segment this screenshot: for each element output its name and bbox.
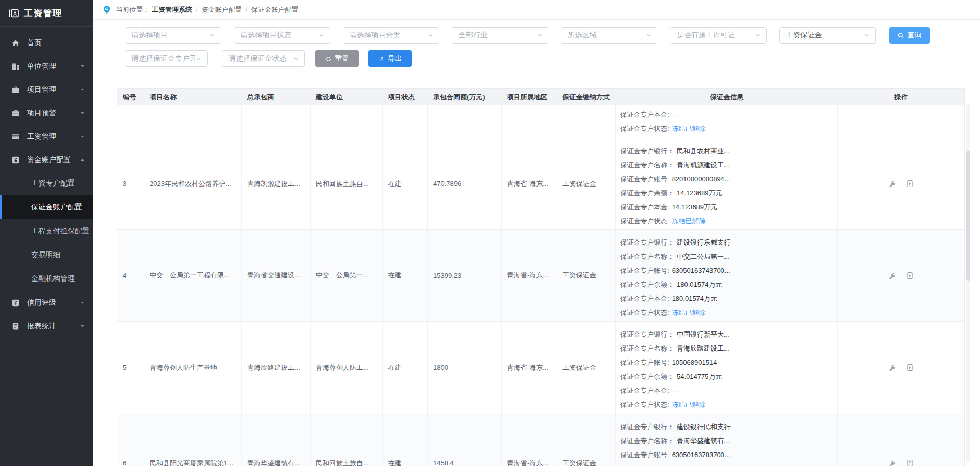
- cell-no: 5: [117, 322, 144, 414]
- bankcard-icon: [11, 132, 20, 141]
- wrench-icon[interactable]: [888, 364, 896, 371]
- sidebar-item-report-stats[interactable]: 报表统计: [0, 314, 93, 338]
- deposit-status-select[interactable]: 请选择保证金状态: [222, 50, 305, 67]
- document-icon[interactable]: [906, 364, 914, 371]
- filter-selects-2: 请选择保证金专户开请选择保证金状态: [125, 50, 305, 67]
- info-value: 青海欣路建设工...: [677, 344, 730, 352]
- info-label: 保证金专户账号:: [620, 267, 669, 274]
- sidebar-subitem-deposit-account-config[interactable]: 保证金账户配置: [0, 195, 93, 219]
- caret-down-icon: [863, 32, 870, 39]
- info-label: 保证金专户账号:: [620, 358, 669, 366]
- column-header: 建设单位: [311, 92, 383, 102]
- cell-status: 在建: [383, 414, 428, 466]
- info-label: 保证金专户名称：: [620, 252, 674, 260]
- logo-title: 工资管理: [24, 7, 62, 19]
- sidebar-subitem-salary-account-config[interactable]: 工资专户配置: [0, 171, 93, 195]
- cell-no: 4: [117, 230, 144, 321]
- sidebar-subitem-transaction-detail[interactable]: 交易明细: [0, 243, 93, 267]
- cell-status: [383, 105, 428, 138]
- deposit-info-line: 保证金专户银行：中国银行新平大...: [620, 327, 833, 341]
- info-value: 青海凯源建设工...: [677, 161, 730, 169]
- cell-deposit-info: 保证金专户银行：建设银行民和支行保证金专户名称：青海华盛建筑有...保证金专户账…: [616, 414, 838, 466]
- wrench-icon[interactable]: [888, 180, 896, 188]
- document-icon[interactable]: [906, 180, 914, 188]
- deposit-info-line: 保证金专户名称：青海凯源建设工...: [620, 158, 833, 172]
- info-label: 保证金专户状态:: [620, 125, 669, 132]
- report-icon: [11, 322, 20, 330]
- deposit-info-line: 保证金专户银行：民和县农村商业...: [620, 144, 833, 158]
- select-value: 工资保证金: [786, 31, 863, 40]
- column-header: 项目状态: [383, 92, 428, 102]
- export-button[interactable]: 导出: [368, 50, 412, 67]
- account-status-link[interactable]: 冻结已解除: [672, 309, 706, 316]
- deposit-account-bank-select[interactable]: 请选择保证金专户开: [125, 50, 208, 67]
- deposit-info-line: 保证金专户本金:- -: [620, 383, 833, 397]
- cell-contractor: [242, 105, 311, 138]
- column-header: 操作: [838, 92, 964, 102]
- info-label: 保证金专户状态:: [620, 217, 669, 225]
- sidebar-item-project-warning[interactable]: 项目预警: [0, 101, 93, 125]
- industry-select[interactable]: 全部行业: [452, 27, 548, 44]
- reset-button[interactable]: 重置: [315, 50, 359, 67]
- search-button[interactable]: 查询: [889, 27, 930, 44]
- app-logo: 工资管理: [0, 0, 93, 27]
- sidebar-subitem-payment-guarantee-config[interactable]: 工程支付担保配置: [0, 219, 93, 243]
- cell-method: 工资保证金: [557, 414, 616, 466]
- deposit-info-line: 保证金专户余额：180.01574万元: [620, 277, 833, 291]
- deposit-info-line: 保证金专户名称：青海欣路建设工...: [620, 341, 833, 355]
- breadcrumb-root[interactable]: 工资管理系统: [152, 5, 192, 15]
- document-icon[interactable]: [906, 272, 914, 279]
- wrench-icon[interactable]: [888, 459, 896, 466]
- deposit-info-line: 保证金专户本金:- -: [620, 108, 833, 122]
- cell-builder: 中交二公局第一...: [311, 230, 383, 321]
- cell-operations: [838, 138, 964, 229]
- caret-down-icon: [318, 32, 325, 39]
- select-value: 是否有施工许可证: [677, 31, 754, 40]
- table-header: 编号项目名称总承包商建设单位项目状态承包合同额(万元)项目所属地区保证金缴纳方式…: [117, 89, 964, 105]
- bag-icon: [11, 109, 20, 117]
- info-label: 保证金专户本金:: [620, 387, 669, 394]
- cell-deposit-info: 保证金专户本金:- -保证金专户状态:冻结已解除: [616, 105, 838, 138]
- account-status-link[interactable]: 冻结已解除: [672, 401, 706, 408]
- project-select[interactable]: 请选择项目: [125, 27, 221, 44]
- info-value: - -: [672, 111, 678, 118]
- sidebar-item-unit-mgmt[interactable]: 单位管理: [0, 55, 93, 78]
- region-select[interactable]: 所选区域: [561, 27, 657, 44]
- info-label: 保证金专户银行：: [620, 147, 674, 155]
- deposit-type-select[interactable]: 工资保证金: [779, 27, 876, 44]
- sidebar-subitem-financial-institution-mgmt[interactable]: 金融机构管理: [0, 267, 93, 291]
- project-status-select[interactable]: 请选择项目状态: [234, 27, 330, 44]
- info-value: 63050163743700...: [672, 267, 730, 274]
- account-status-link[interactable]: 冻结已解除: [672, 217, 706, 225]
- scrollbar-thumb[interactable]: [966, 151, 970, 281]
- chevron-down-icon: [79, 63, 85, 69]
- sidebar-item-home[interactable]: 首页: [0, 31, 93, 55]
- cell-name: 2023年民和农村公路养护...: [144, 138, 242, 229]
- info-label: 保证金专户余额：: [620, 189, 674, 197]
- table-scrollbar[interactable]: [966, 104, 970, 462]
- document-icon[interactable]: [906, 459, 914, 466]
- info-label: 保证金专户名称：: [620, 161, 674, 169]
- project-category-select[interactable]: 请选择项目分类: [343, 27, 439, 44]
- sidebar-item-label: 资金账户配置: [27, 155, 71, 165]
- wrench-icon[interactable]: [888, 272, 896, 279]
- deposit-info-line: 保证金专户本金:14.123689万元: [620, 200, 833, 214]
- breadcrumb-item[interactable]: 保证金账户配置: [251, 6, 298, 14]
- construction-permit-select[interactable]: 是否有施工许可证: [670, 27, 767, 44]
- breadcrumb-separator: /: [196, 6, 198, 14]
- sidebar-item-credit-rating[interactable]: 信用评级: [0, 291, 93, 314]
- sidebar-item-salary-mgmt[interactable]: 工资管理: [0, 125, 93, 148]
- app: 工资管理 首页单位管理项目管理项目预警工资管理资金账户配置工资专户配置保证金账户…: [0, 0, 980, 466]
- deposit-info-line: 保证金专户账号:63050163783700...: [620, 448, 833, 462]
- caret-down-icon: [209, 32, 216, 39]
- location-pin-icon: [102, 5, 111, 14]
- sidebar-item-project-mgmt[interactable]: 项目管理: [0, 78, 93, 101]
- deposit-info-line: 保证金专户状态:冻结已解除: [620, 122, 833, 136]
- reset-button-label: 重置: [335, 54, 349, 63]
- table-row-4: 4中交二公局第一工程有限...青海省交通建设...中交二公局第一...在建153…: [117, 230, 964, 322]
- breadcrumb-item[interactable]: 资金账户配置: [202, 6, 242, 14]
- account-status-link[interactable]: 冻结已解除: [672, 125, 706, 132]
- info-value: 建设银行乐都支行: [677, 238, 731, 246]
- deposit-info-line: 保证金专户本金:180.01574万元: [620, 291, 833, 305]
- sidebar-item-fund-account-config[interactable]: 资金账户配置: [0, 148, 93, 171]
